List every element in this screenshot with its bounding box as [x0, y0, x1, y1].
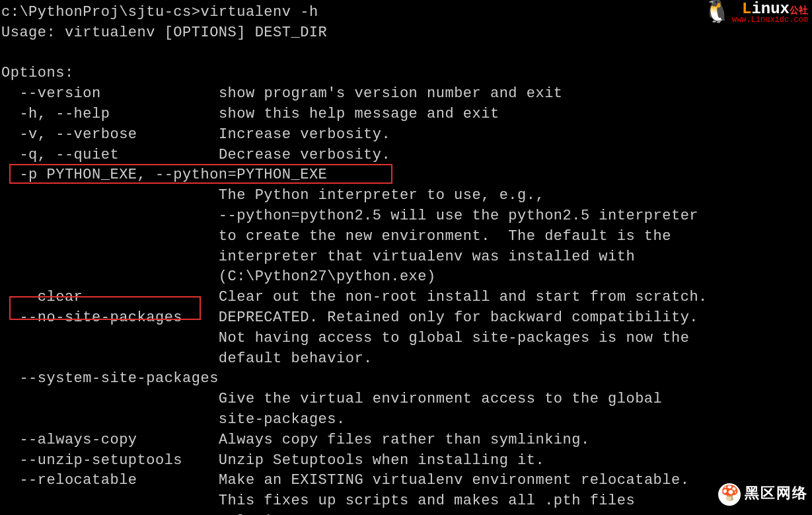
opt-verbose-desc: Increase verbosity. — [219, 126, 390, 143]
highlight-nosite-option — [9, 296, 201, 320]
opt-quiet-desc: Decrease verbosity. — [219, 147, 390, 163]
opt-syspackages-flag: --system-site-packages — [19, 370, 218, 387]
opt-quiet-flag: -q, --quiet — [19, 147, 119, 163]
watermark-linuxidc: 🐧 Linux公社 www.Linuxidc.com — [703, 1, 808, 24]
opt-help-flag: -h, --help — [19, 106, 110, 122]
opt-clear-desc: Clear out the non-root install and start… — [219, 289, 708, 305]
usage-line: Usage: virtualenv [OPTIONS] DEST_DIR — [1, 24, 327, 41]
highlight-python-option — [9, 164, 392, 184]
opt-python-desc-2: --python=python2.5 will use the python2.… — [219, 208, 698, 224]
opt-syspackages-desc-2: site-packages. — [219, 411, 346, 428]
penguin-icon: 🐧 — [703, 1, 731, 24]
opt-nosite-desc-3: default behavior. — [219, 350, 373, 367]
opt-python-desc-1: The Python interpreter to use, e.g., — [219, 187, 544, 204]
opt-always-desc: Always copy files rather than symlinking… — [219, 432, 590, 448]
watermark-heiqu: 🍄 黑区网络 — [718, 483, 808, 506]
opt-version-flag: --version — [19, 85, 100, 102]
opt-version-desc: show program's version number and exit — [219, 85, 563, 102]
opt-verbose-flag: -v, --verbose — [19, 126, 137, 143]
opt-python-desc-3: to create the new environment. The defau… — [219, 228, 671, 245]
opt-reloc-flag: --relocatable — [19, 472, 137, 489]
opt-python-desc-5: (C:\Python27\python.exe) — [219, 268, 436, 285]
opt-always-flag: --always-copy — [19, 432, 137, 448]
opt-help-desc: show this help message and exit — [219, 106, 499, 122]
opt-nosite-desc-2: Not having access to global site-package… — [219, 330, 690, 346]
options-header: Options: — [1, 65, 74, 81]
prompt: c:\PythonProj\sjtu-cs> — [1, 4, 200, 20]
command: virtualenv -h — [200, 4, 318, 20]
opt-reloc-desc-1: Make an EXISTING virtualenv environment … — [219, 472, 690, 489]
terminal-output: c:\PythonProj\sjtu-cs>virtualenv -h Usag… — [0, 0, 812, 515]
opt-reloc-desc-2: This fixes up scripts and makes all .pth… — [219, 493, 635, 509]
opt-python-desc-4: interpreter that virtualenv was installe… — [219, 249, 635, 265]
opt-unzip-desc: Unzip Setuptools when installing it. — [219, 452, 544, 469]
mushroom-icon: 🍄 — [718, 483, 741, 506]
opt-syspackages-desc-1: Give the virtual environment access to t… — [219, 391, 662, 407]
opt-nosite-desc-1: DEPRECATED. Retained only for backward c… — [219, 309, 698, 326]
opt-unzip-flag: --unzip-setuptools — [19, 452, 182, 469]
